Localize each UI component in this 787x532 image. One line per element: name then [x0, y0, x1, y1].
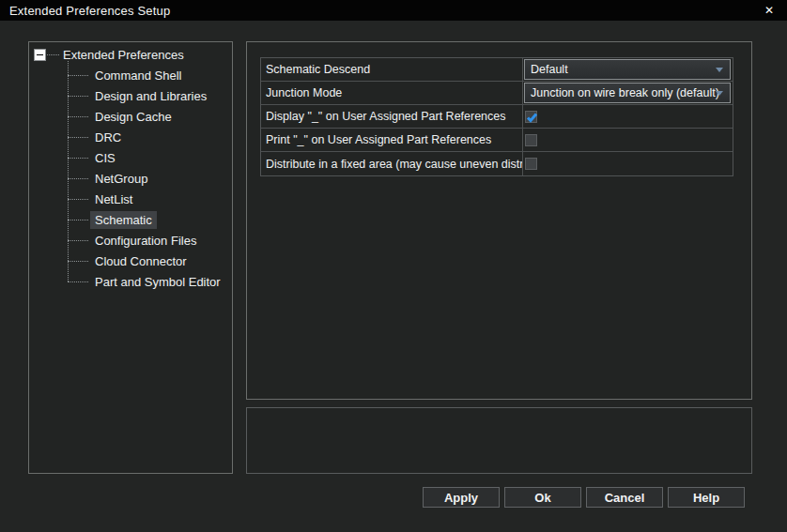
tree-connector-line — [68, 240, 88, 241]
tree-connector-line — [68, 75, 88, 76]
setting-value-cell — [522, 129, 733, 151]
tree-item-label[interactable]: Design Cache — [90, 108, 177, 126]
title-bar: Extended Preferences Setup ✕ — [0, 0, 787, 21]
setting-label: Junction Mode — [261, 82, 522, 104]
setting-value-cell — [522, 105, 733, 128]
tree-item-label[interactable]: Schematic — [90, 211, 157, 229]
setting-row-junction-mode: Junction ModeJunction on wire break only… — [261, 82, 733, 105]
tree-children: Command ShellDesign and LibrariesDesign … — [29, 65, 232, 292]
dropdown-selected-value: Default — [531, 63, 568, 76]
tree-connector-line — [68, 158, 88, 159]
tree-item-part-and-symbol-editor[interactable]: Part and Symbol Editor — [29, 271, 232, 292]
tree-item-netgroup[interactable]: NetGroup — [29, 168, 232, 189]
cancel-button[interactable]: Cancel — [586, 487, 663, 508]
setting-row-distribute-in-a-fixed-area-may: Distribute in a fixed area (may cause un… — [261, 152, 733, 175]
tree-connector-line — [68, 178, 88, 179]
tree-connector-line — [68, 261, 88, 262]
tree-item-cloud-connector[interactable]: Cloud Connector — [29, 251, 232, 271]
setting-row-display-on-user-assigned-part-: Display "_" on User Assigned Part Refere… — [261, 105, 733, 129]
setting-value-cell: Junction on wire break only (default) — [522, 82, 733, 104]
tree-item-configuration-files[interactable]: Configuration Files — [29, 230, 232, 251]
tree-item-label[interactable]: NetGroup — [90, 170, 152, 188]
setting-row-print-on-user-assigned-part-re: Print "_" on User Assigned Part Referenc… — [261, 129, 733, 152]
tree-connector-line — [47, 54, 59, 56]
tree-item-label[interactable]: Command Shell — [90, 67, 187, 84]
chevron-down-icon[interactable] — [716, 68, 723, 72]
check-icon — [526, 112, 538, 124]
setting-value-cell: Default — [522, 58, 733, 81]
tree-item-label[interactable]: Cloud Connector — [90, 252, 192, 270]
tree-item-cis[interactable]: CIS — [29, 147, 232, 168]
setting-dropdown[interactable]: Default — [524, 59, 731, 80]
setting-label: Display "_" on User Assigned Part Refere… — [261, 105, 522, 128]
apply-button[interactable]: Apply — [423, 487, 500, 508]
setting-label: Schematic Descend — [261, 58, 522, 81]
tree-item-design-and-libraries[interactable]: Design and Libraries — [29, 85, 232, 106]
settings-table: Schematic DescendDefaultJunction ModeJun… — [260, 57, 733, 176]
dropdown-selected-value: Junction on wire break only (default) — [531, 86, 719, 99]
setting-label: Distribute in a fixed area (may cause un… — [261, 152, 522, 175]
tree-root-label[interactable]: Extended Preferences — [59, 46, 188, 64]
setting-dropdown[interactable]: Junction on wire break only (default) — [524, 83, 731, 103]
tree-connector-line — [68, 116, 88, 117]
tree-connector-line — [68, 199, 88, 200]
close-icon[interactable]: ✕ — [757, 0, 781, 21]
setting-checkbox[interactable] — [525, 134, 537, 146]
tree-item-label[interactable]: Design and Libraries — [90, 87, 211, 105]
setting-label: Print "_" on User Assigned Part Referenc… — [261, 129, 522, 151]
tree-item-label[interactable]: NetList — [90, 190, 137, 208]
setting-row-schematic-descend: Schematic DescendDefault — [261, 58, 733, 82]
help-button[interactable]: Help — [668, 487, 745, 508]
tree-item-netlist[interactable]: NetList — [29, 189, 232, 209]
tree-item-command-shell[interactable]: Command Shell — [29, 65, 232, 85]
tree-root-extended-preferences[interactable]: Extended Preferences — [34, 45, 188, 65]
ok-button[interactable]: Ok — [504, 487, 581, 508]
setting-checkbox[interactable] — [525, 158, 537, 170]
tree-item-drc[interactable]: DRC — [29, 127, 232, 147]
collapse-icon[interactable] — [34, 49, 46, 61]
setting-checkbox[interactable] — [525, 111, 537, 123]
tree-connector-line — [68, 281, 88, 282]
chevron-down-icon[interactable] — [716, 91, 723, 96]
window-title: Extended Preferences Setup — [0, 4, 170, 18]
tree-connector-line — [68, 96, 88, 97]
tree-item-schematic[interactable]: Schematic — [29, 209, 232, 230]
tree-connector-line — [68, 220, 88, 220]
preferences-tree-panel: Extended Preferences Command ShellDesign… — [28, 41, 233, 474]
tree-item-label[interactable]: CIS — [90, 149, 120, 167]
description-box — [246, 407, 752, 474]
tree-item-design-cache[interactable]: Design Cache — [29, 106, 232, 127]
tree-item-label[interactable]: Configuration Files — [90, 232, 201, 250]
tree-item-label[interactable]: DRC — [90, 129, 126, 146]
settings-panel: Schematic DescendDefaultJunction ModeJun… — [246, 41, 752, 400]
setting-value-cell — [522, 152, 733, 175]
tree-connector-line — [68, 137, 88, 138]
tree-item-label[interactable]: Part and Symbol Editor — [90, 273, 225, 291]
